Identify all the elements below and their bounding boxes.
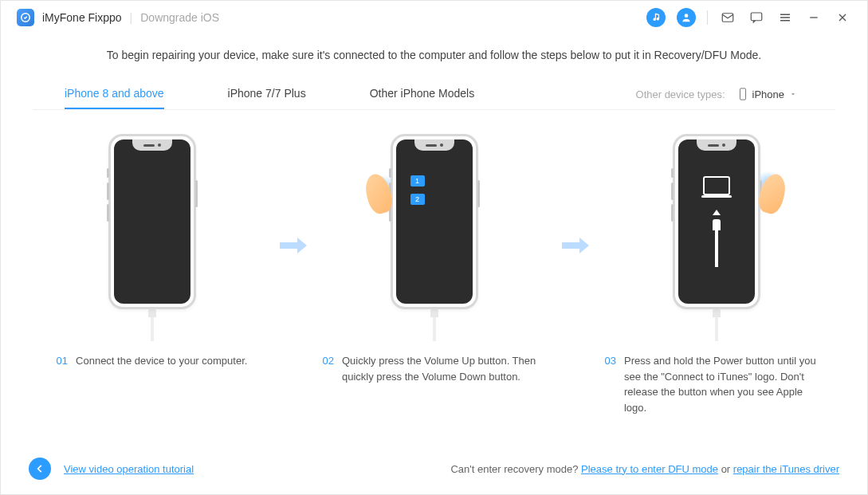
app-header: iMyFone Fixppo | Downgrade iOS [1,1,867,34]
phone-illustration [108,134,196,309]
step-description: Press and hold the Power button until yo… [624,353,828,415]
step-3: 03 Press and hold the Power button until… [605,134,828,415]
badge-2: 2 [410,194,425,205]
user-account-icon[interactable] [677,8,696,27]
svg-rect-4 [740,88,745,100]
connect-itunes-icon [678,139,755,304]
cable-icon [148,309,156,341]
device-tabs: iPhone 8 and above iPhone 7/7 Plus Other… [33,79,835,110]
back-button[interactable] [29,458,51,480]
dfu-mode-link[interactable]: Please try to enter DFU mode [581,463,718,475]
steps-container: 01 Connect the device to your computer. … [1,110,867,423]
arrow-right-icon [280,238,307,253]
header-divider: | [130,11,133,24]
step-number: 03 [605,353,616,415]
cable-icon [713,309,721,341]
chevron-down-icon [789,90,797,98]
repair-driver-link[interactable]: repair the iTunes driver [733,463,839,475]
minimize-icon[interactable] [805,9,823,26]
music-note-icon[interactable] [646,8,666,27]
arrow-right-icon [562,238,589,253]
phone-icon [738,88,748,100]
tab-other-iphone[interactable]: Other iPhone Models [370,79,475,109]
step-2: 1 2 02 Quickly press the Volume Up butto… [323,134,546,384]
app-logo-icon [17,9,34,26]
app-name: iMyFone Fixppo [42,11,122,24]
svg-rect-3 [751,13,762,21]
svg-point-1 [685,14,689,18]
badge-1: 1 [410,175,425,187]
device-type-select[interactable]: iPhone [732,84,803,104]
other-device-label: Other device types: [636,88,725,100]
step-description: Quickly press the Volume Up button. Then… [342,353,546,384]
feedback-icon[interactable] [748,9,765,26]
mail-icon[interactable] [719,9,736,26]
svg-rect-2 [722,14,733,22]
step-description: Connect the device to your computer. [76,353,247,369]
tab-iphone8-above[interactable]: iPhone 8 and above [65,79,164,109]
header-subtitle: Downgrade iOS [140,11,219,24]
close-icon[interactable] [834,9,851,26]
step-number: 02 [323,353,334,384]
menu-icon[interactable] [776,9,794,26]
step-number: 01 [57,353,68,369]
cable-icon [430,309,438,341]
instruction-text: To begin repairing your device, make sur… [1,34,867,79]
step-1: 01 Connect the device to your computer. [41,134,264,369]
video-tutorial-link[interactable]: View video operation tutorial [64,463,194,475]
phone-illustration: 1 2 [391,134,478,309]
tab-iphone7[interactable]: iPhone 7/7 Plus [228,79,306,109]
help-text: Can't enter recovery mode? [450,463,581,475]
footer: View video operation tutorial Can't ente… [1,443,867,494]
phone-illustration [673,134,760,309]
header-separator [707,10,708,25]
